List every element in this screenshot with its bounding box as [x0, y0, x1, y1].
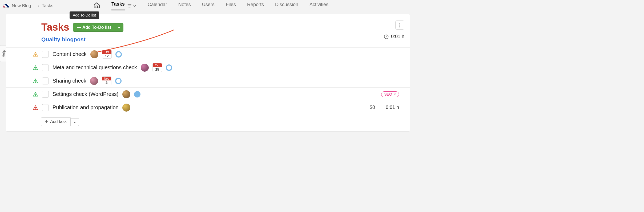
- svg-point-20: [35, 109, 36, 109]
- svg-point-16: [35, 82, 36, 83]
- caret-down-icon: [118, 27, 120, 28]
- task-cost: $0: [370, 105, 375, 110]
- nav-notes[interactable]: Notes: [178, 2, 191, 10]
- status-indicator[interactable]: [134, 91, 140, 97]
- clock-icon: [384, 34, 389, 39]
- due-date-chip[interactable]: Oct 25: [152, 63, 162, 72]
- add-task-button[interactable]: Add task: [41, 117, 71, 126]
- task-checkbox[interactable]: [42, 104, 49, 111]
- home-icon[interactable]: [93, 2, 100, 10]
- due-date-chip[interactable]: Oct 17: [102, 50, 112, 59]
- add-todo-list-label: Add To-Do list: [82, 25, 111, 30]
- task-row[interactable]: Meta and technical questions check Oct 2…: [6, 61, 410, 74]
- svg-point-12: [35, 55, 36, 56]
- priority-ok-icon: [33, 78, 38, 84]
- priority-warning-icon: [33, 52, 38, 57]
- todo-list-title[interactable]: Quality blogpost: [41, 36, 86, 43]
- task-title[interactable]: Content check: [53, 51, 87, 57]
- task-checkbox[interactable]: [42, 51, 49, 58]
- task-title[interactable]: Publication and propagation: [53, 104, 119, 111]
- plus-icon: [77, 26, 81, 29]
- assignee-avatar[interactable]: [90, 77, 98, 85]
- nav-calendar[interactable]: Calendar: [148, 2, 167, 10]
- content-card: Add To-Do list Tasks Add To-Do list Qual…: [6, 14, 410, 132]
- nav-activities[interactable]: Activities: [309, 2, 328, 10]
- add-todo-tooltip: Add To-Do list: [70, 11, 99, 19]
- nav-tasks[interactable]: Tasks: [111, 1, 125, 10]
- assignee-avatar[interactable]: [122, 104, 130, 112]
- flag-icon: [3, 4, 9, 8]
- breadcrumb-root[interactable]: New Blog...: [12, 3, 35, 9]
- breadcrumb-current: Tasks: [42, 3, 53, 9]
- nav-users[interactable]: Users: [202, 2, 215, 10]
- remove-tag-icon[interactable]: ✕: [393, 92, 396, 96]
- task-checkbox[interactable]: [42, 78, 49, 84]
- add-task-label: Add task: [50, 119, 67, 124]
- status-indicator[interactable]: [115, 51, 122, 58]
- time-summary-value: 0:01 h: [391, 34, 404, 39]
- priority-ok-icon: [33, 92, 38, 97]
- task-row[interactable]: Content check Oct 17: [6, 48, 410, 61]
- assignee-avatar[interactable]: [122, 90, 130, 98]
- add-todo-list-button[interactable]: Add To-Do list: [73, 23, 115, 32]
- add-task-dropdown[interactable]: [71, 118, 79, 126]
- priority-alert-icon: [33, 105, 38, 110]
- priority-ok-icon: [33, 65, 38, 70]
- task-row[interactable]: Sharing check Nov 3: [6, 74, 410, 88]
- breadcrumb-separator: ›: [38, 3, 39, 9]
- plus-icon: [45, 120, 48, 123]
- filter-icon[interactable]: [127, 3, 136, 8]
- task-row[interactable]: Settings check (WordPress) SEO ✕: [6, 88, 410, 101]
- due-date-chip[interactable]: Nov 3: [102, 76, 111, 85]
- status-indicator[interactable]: [166, 64, 172, 71]
- nav-discussion[interactable]: Discussion: [275, 2, 298, 10]
- top-bar: New Blog... › Tasks Tasks Calendar Notes…: [0, 0, 416, 12]
- nav-reports[interactable]: Reports: [247, 2, 264, 10]
- svg-rect-22: [45, 121, 48, 122]
- task-checkbox[interactable]: [42, 91, 49, 98]
- tag-seo[interactable]: SEO ✕: [381, 91, 399, 97]
- task-title[interactable]: Sharing check: [53, 78, 86, 84]
- svg-point-14: [35, 69, 36, 69]
- main-nav: Tasks Calendar Notes Users Files Reports…: [93, 1, 328, 10]
- svg-point-18: [35, 95, 36, 96]
- task-checkbox[interactable]: [42, 64, 49, 71]
- time-summary: 0:01 h: [384, 34, 404, 39]
- assignee-avatar[interactable]: [141, 64, 149, 72]
- add-todo-list-dropdown[interactable]: [115, 23, 123, 32]
- task-title[interactable]: Settings check (WordPress): [53, 91, 119, 97]
- task-time: 0:01 h: [386, 105, 399, 110]
- assignee-avatar[interactable]: [90, 50, 98, 58]
- svg-marker-8: [118, 27, 120, 28]
- task-row[interactable]: Publication and propagation $0 0:01 h: [6, 101, 410, 114]
- caret-down-icon: [73, 122, 76, 123]
- page-title: Tasks: [41, 22, 69, 33]
- svg-marker-23: [73, 122, 76, 123]
- task-title[interactable]: Meta and technical questions check: [53, 64, 137, 71]
- status-indicator[interactable]: [115, 78, 122, 84]
- svg-rect-7: [77, 27, 81, 28]
- nav-files[interactable]: Files: [226, 2, 236, 10]
